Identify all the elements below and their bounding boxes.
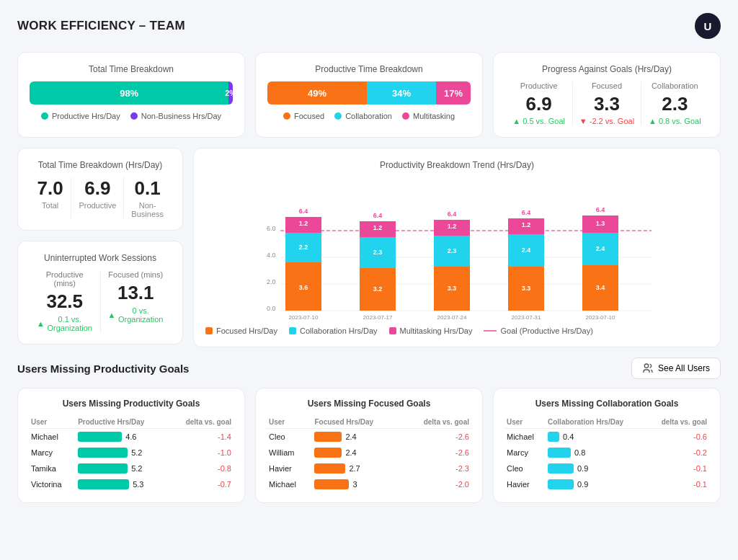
non-business-segment: 2%: [228, 81, 233, 105]
col-user-1: User: [28, 416, 75, 429]
goal-collaboration-label: Collaboration: [647, 81, 703, 90]
svg-text:1.3: 1.3: [596, 220, 605, 227]
collaboration-segment: 34%: [367, 81, 436, 105]
productive-time-breakdown-card: Productive Time Breakdown 49% 34% 17% Fo…: [255, 52, 483, 138]
bottom-row: Users Missing Productivity Goals User Pr…: [17, 388, 721, 503]
svg-text:1.2: 1.2: [448, 223, 457, 230]
svg-text:6.4: 6.4: [448, 210, 457, 218]
hrs-productive: 6.9 Productive: [71, 177, 124, 218]
down-arrow-icon: ▼: [579, 117, 587, 125]
table-row: Cleo 0.9 -0.1: [504, 461, 710, 476]
hrs-productive-value: 6.9: [79, 177, 116, 200]
svg-text:2023-07-24: 2023-07-24: [437, 314, 467, 321]
cell-delta: -0.2: [646, 445, 710, 461]
app-container: WORK EFFICIENCY – TEAM U Total Time Brea…: [0, 0, 738, 526]
col-user-2: User: [266, 416, 311, 429]
missing-productivity-table: User Productive Hrs/Day delta vs. goal M…: [28, 416, 234, 492]
up-arrow-icon-4: ▲: [108, 311, 116, 319]
row-2: Total Time Breakdown (Hrs/Day) 7.0 Total…: [17, 148, 721, 347]
goals-grid: Productive 6.9 ▲ 0.5 vs. Goal Focused 3.…: [505, 81, 708, 125]
goal-productive-label: Productive: [511, 81, 566, 90]
trend-chart-card: Productivity Breakdown Trend (Hrs/Day) 0…: [193, 148, 721, 347]
total-time-breakdown-title: Total Time Breakdown: [30, 64, 233, 74]
avatar[interactable]: U: [695, 13, 721, 39]
cell-delta: -0.6: [646, 429, 710, 445]
page-title: WORK EFFICIENCY – TEAM: [17, 19, 185, 33]
legend-multi-hrs-label: Multitasking Hrs/Day: [400, 326, 473, 335]
cell-user: Havier: [266, 461, 311, 476]
legend-multi-hrs: Multitasking Hrs/Day: [389, 326, 473, 335]
header: WORK EFFICIENCY – TEAM U: [17, 13, 721, 39]
col-focused-hrs: Focused Hrs/Day: [311, 416, 401, 429]
col-productive-hrs: Productive Hrs/Day: [75, 416, 168, 429]
users-icon: [642, 363, 654, 374]
total-time-breakdown-card: Total Time Breakdown 98% 2% Productive H…: [17, 52, 245, 138]
missing-collaboration-table: User Collaboration Hrs/Day delta vs. goa…: [504, 416, 710, 492]
see-all-users-button[interactable]: See All Users: [631, 357, 721, 379]
legend-productive: Productive Hrs/Day: [41, 112, 120, 120]
svg-text:3.6: 3.6: [299, 284, 308, 291]
legend-non-business-label: Non-Business Hrs/Day: [141, 112, 221, 120]
multitasking-segment: 17%: [436, 81, 471, 105]
goal-line-icon: [484, 330, 497, 332]
goal-productive: Productive 6.9 ▲ 0.5 vs. Goal: [505, 81, 573, 125]
cell-bar: 5.2: [75, 461, 168, 476]
missing-focused-card: Users Missing Focused Goals User Focused…: [255, 388, 483, 503]
cell-bar: 2.4: [311, 429, 401, 445]
session-focused-label: Focused (mins): [108, 270, 164, 279]
session-productive-delta: ▲ 0.1 vs. Organization: [37, 315, 93, 332]
col-delta-2: delta vs. goal: [401, 416, 472, 429]
up-arrow-icon-2: ▲: [649, 117, 657, 125]
missing-productivity-title: Users Missing Productivity Goals: [28, 399, 234, 409]
legend-focused: Focused: [283, 112, 324, 120]
hrs-non-business-value: 0.1: [131, 177, 164, 200]
cell-bar: 2.7: [311, 461, 401, 476]
col-delta-1: delta vs. goal: [168, 416, 234, 429]
focused-hrs-dot: [205, 327, 213, 334]
missing-productivity-card: Users Missing Productivity Goals User Pr…: [17, 388, 245, 503]
cell-delta: -2.0: [401, 476, 472, 492]
cell-user: Tamika: [28, 461, 75, 476]
table-row: Michael 0.4 -0.6: [504, 429, 710, 445]
table-row: Michael 3 -2.0: [266, 476, 472, 492]
trend-svg: 0.0 2.0 4.0 6.0: [205, 177, 708, 321]
table-row: Michael 4.6 -1.4: [28, 429, 234, 445]
sessions-grid: Productive (mins) 32.5 ▲ 0.1 vs. Organiz…: [30, 270, 171, 332]
focused-dot: [283, 112, 290, 120]
svg-text:3.4: 3.4: [596, 284, 605, 291]
legend-multitasking-label: Multitasking: [413, 112, 455, 120]
svg-text:1.2: 1.2: [373, 224, 383, 231]
goal-focused-value: 3.3: [579, 93, 634, 115]
legend-goal-line: Goal (Productive Hrs/Day): [484, 326, 592, 335]
legend-multitasking: Multitasking: [402, 112, 455, 120]
legend-focused-hrs-label: Focused Hrs/Day: [216, 326, 277, 335]
cell-bar: 5.3: [75, 476, 168, 492]
left-col: Total Time Breakdown (Hrs/Day) 7.0 Total…: [17, 148, 183, 345]
hrs-total: 7.0 Total: [30, 177, 71, 218]
trend-chart-title: Productivity Breakdown Trend (Hrs/Day): [205, 160, 708, 170]
cell-user: Havier: [504, 476, 545, 492]
productive-segment: 98%: [30, 81, 228, 105]
svg-text:3.3: 3.3: [448, 285, 457, 292]
total-time-stacked-bar: 98% 2%: [30, 81, 233, 105]
cell-delta: -0.8: [168, 461, 234, 476]
cell-delta: -0.1: [646, 461, 710, 476]
table-row: Marcy 5.2 -1.0: [28, 445, 234, 461]
cell-user: Cleo: [266, 429, 311, 445]
svg-text:6.4: 6.4: [522, 209, 531, 216]
cell-delta: -0.1: [646, 476, 710, 492]
hrs-grid: 7.0 Total 6.9 Productive 0.1 Non-Busines…: [30, 177, 171, 218]
cell-delta: -2.6: [401, 429, 472, 445]
y-label-2: 2.0: [267, 278, 276, 285]
svg-text:6.4: 6.4: [373, 212, 383, 219]
session-productive: Productive (mins) 32.5 ▲ 0.1 vs. Organiz…: [30, 270, 101, 332]
up-arrow-icon-3: ▲: [37, 319, 45, 328]
session-focused-delta: ▲ 0 vs. Organization: [108, 306, 164, 324]
col-delta-3: delta vs. goal: [646, 416, 710, 429]
legend-collaboration: Collaboration: [334, 112, 392, 120]
svg-text:2.3: 2.3: [373, 249, 383, 256]
cell-user: Michael: [266, 476, 311, 492]
hrs-non-business: 0.1 Non-Business: [124, 177, 171, 218]
svg-text:6.4: 6.4: [596, 206, 605, 213]
legend-collaboration-label: Collaboration: [345, 112, 392, 120]
